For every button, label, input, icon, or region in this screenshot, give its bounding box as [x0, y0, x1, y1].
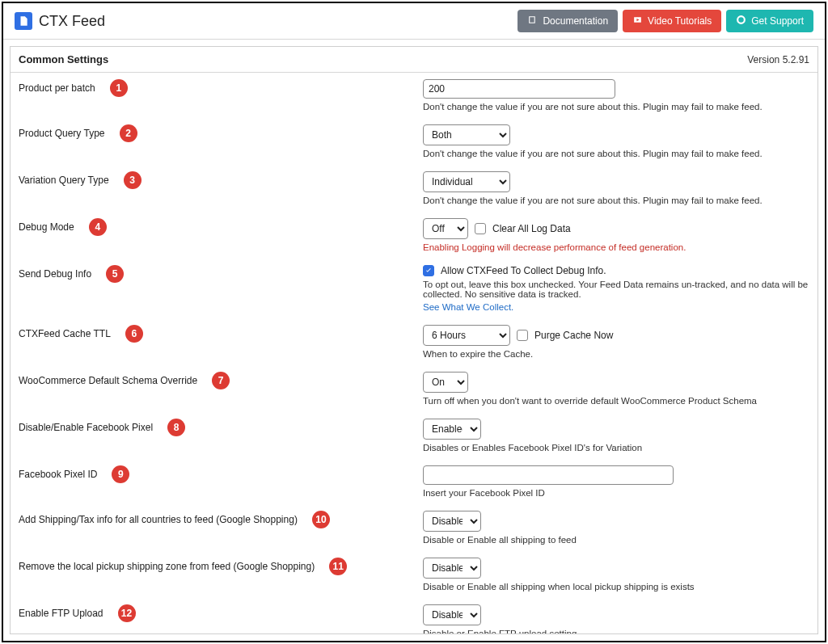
help-ftp-upload: Disable or Enable FTP upload setting — [423, 629, 809, 633]
see-what-we-collect-link[interactable]: See What We Collect. — [423, 302, 809, 312]
fb-pixel-id-input[interactable] — [423, 465, 674, 485]
local-pickup-select[interactable]: Disabled — [423, 558, 481, 579]
documentation-button[interactable]: Documentation — [518, 10, 618, 32]
annotation-badge-2: 2 — [120, 124, 137, 142]
allow-collect-checkbox[interactable] — [423, 265, 434, 276]
annotation-badge-11: 11 — [329, 558, 347, 575]
clear-log-label: Clear All Log Data — [492, 223, 571, 234]
app-window: CTX Feed Documentation Video Tutorials G… — [2, 2, 826, 642]
row-send-debug-info: Send Debug Info 5 Allow CTXFeed To Colle… — [11, 259, 817, 318]
ftp-upload-select[interactable]: Disabled — [423, 604, 481, 625]
annotation-badge-6: 6 — [125, 325, 143, 343]
lifebuoy-icon — [736, 15, 746, 27]
panel-title: Common Settings — [19, 53, 108, 65]
annotation-badge-4: 4 — [89, 218, 107, 236]
row-ftp-upload: Enable FTP Upload 12 Disabled Disable or… — [11, 598, 817, 633]
help-product-per-batch: Don't change the value if you are not su… — [423, 102, 809, 112]
help-fb-pixel-toggle: Disables or Enables Facebook Pixel ID's … — [423, 443, 809, 452]
variation-query-type-select[interactable]: Individual — [423, 171, 510, 192]
label-product-per-batch: Product per batch — [19, 82, 95, 94]
row-schema-override: WooCommerce Default Schema Override 7 On… — [11, 365, 817, 412]
purge-cache-checkbox[interactable] — [517, 330, 528, 341]
video-tutorials-button[interactable]: Video Tutorials — [623, 10, 721, 32]
row-shipping-tax: Add Shipping/Tax info for all countries … — [11, 504, 817, 551]
annotation-badge-8: 8 — [167, 419, 185, 436]
schema-override-select[interactable]: On — [423, 372, 468, 393]
product-per-batch-input[interactable] — [423, 79, 615, 99]
label-send-debug-info: Send Debug Info — [19, 268, 91, 280]
documentation-label: Documentation — [543, 15, 608, 27]
help-product-query-type: Don't change the value if you are not su… — [423, 149, 809, 158]
help-send-debug: To opt out, leave this box unchecked. Yo… — [423, 280, 809, 299]
annotation-badge-7: 7 — [212, 372, 230, 389]
brand: CTX Feed — [15, 12, 105, 30]
doc-icon — [15, 12, 32, 30]
help-variation-query-type: Don't change the value if you are not su… — [423, 196, 809, 205]
help-local-pickup: Disable or Enable all shipping when loca… — [423, 582, 809, 591]
get-support-label: Get Support — [751, 15, 804, 27]
panel-header: Common Settings Version 5.2.91 — [11, 47, 817, 73]
settings-panel: Common Settings Version 5.2.91 Product p… — [10, 46, 818, 634]
label-shipping-tax: Add Shipping/Tax info for all countries … — [19, 514, 298, 525]
row-variation-query-type: Variation Query Type 3 Individual Don't … — [11, 165, 817, 212]
debug-mode-select[interactable]: Off — [423, 218, 468, 239]
annotation-badge-5: 5 — [106, 265, 124, 283]
allow-collect-label: Allow CTXFeed To Collect Debug Info. — [441, 265, 606, 276]
row-product-query-type: Product Query Type 2 Both Don't change t… — [11, 118, 817, 165]
row-debug-mode: Debug Mode 4 Off Clear All Log Data Enab… — [11, 212, 817, 259]
panel-body: Product per batch 1 Don't change the val… — [11, 73, 817, 633]
annotation-badge-12: 12 — [118, 604, 136, 622]
help-fb-pixel-id: Insert your Facebook Pixel ID — [423, 488, 809, 498]
help-shipping-tax: Disable or Enable all shipping to feed — [423, 535, 809, 545]
help-cache-ttl: When to expire the Cache. — [423, 349, 809, 359]
book-icon — [527, 15, 538, 27]
cache-ttl-select[interactable]: 6 Hours — [423, 325, 510, 346]
annotation-badge-10: 10 — [312, 511, 330, 528]
shipping-tax-select[interactable]: Disabled — [423, 511, 481, 532]
product-query-type-select[interactable]: Both — [423, 124, 510, 145]
youtube-icon — [632, 15, 643, 27]
help-schema-override: Turn off when you don't want to override… — [423, 396, 809, 406]
label-fb-pixel-id: Facebook Pixel ID — [19, 469, 97, 480]
clear-log-checkbox[interactable] — [475, 223, 486, 234]
row-fb-pixel-id: Facebook Pixel ID 9 Insert your Facebook… — [11, 459, 817, 504]
row-local-pickup: Remove the local pickup shipping zone fr… — [11, 551, 817, 598]
panel-version: Version 5.2.91 — [747, 54, 809, 65]
annotation-badge-3: 3 — [124, 171, 142, 189]
label-local-pickup: Remove the local pickup shipping zone fr… — [19, 561, 315, 572]
purge-cache-label: Purge Cache Now — [534, 330, 613, 341]
label-schema-override: WooCommerce Default Schema Override — [19, 375, 197, 386]
annotation-badge-1: 1 — [110, 79, 128, 97]
brand-title: CTX Feed — [39, 13, 105, 30]
label-product-query-type: Product Query Type — [19, 128, 105, 139]
row-cache-ttl: CTXFeed Cache TTL 6 6 Hours Purge Cache … — [11, 318, 817, 365]
get-support-button[interactable]: Get Support — [726, 10, 813, 32]
label-debug-mode: Debug Mode — [19, 221, 74, 233]
top-bar: CTX Feed Documentation Video Tutorials G… — [3, 3, 825, 40]
fb-pixel-toggle-select[interactable]: Enabled — [423, 419, 481, 440]
label-cache-ttl: CTXFeed Cache TTL — [19, 328, 111, 339]
row-fb-pixel-toggle: Disable/Enable Facebook Pixel 8 Enabled … — [11, 412, 817, 459]
row-product-per-batch: Product per batch 1 Don't change the val… — [11, 73, 817, 118]
top-buttons: Documentation Video Tutorials Get Suppor… — [518, 10, 813, 32]
label-fb-pixel-toggle: Disable/Enable Facebook Pixel — [19, 422, 153, 433]
label-variation-query-type: Variation Query Type — [19, 175, 109, 186]
label-ftp-upload: Enable FTP Upload — [19, 608, 104, 619]
annotation-badge-9: 9 — [112, 465, 129, 483]
video-tutorials-label: Video Tutorials — [648, 15, 712, 27]
debug-mode-warning: Enabling Logging will decrease performan… — [423, 242, 809, 252]
